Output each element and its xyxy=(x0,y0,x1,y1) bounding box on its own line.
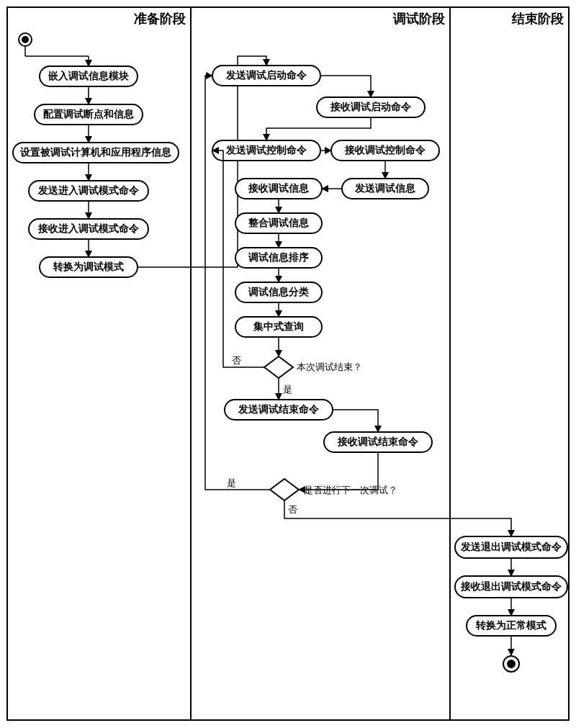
svg-text:转换为正常模式: 转换为正常模式 xyxy=(475,620,546,631)
svg-text:发送调试控制命令: 发送调试控制命令 xyxy=(225,145,307,156)
node-debug-d2: 接收调试启动命令 xyxy=(317,97,425,117)
node-debug-d12: 接收调试结束命令 xyxy=(324,432,432,452)
svg-text:集中式查询: 集中式查询 xyxy=(253,321,304,332)
svg-text:接收调试控制命令: 接收调试控制命令 xyxy=(344,144,426,156)
svg-text:设置被调试计算机和应用程序信息: 设置被调试计算机和应用程序信息 xyxy=(19,146,172,158)
svg-marker-59 xyxy=(270,479,299,500)
node-debug-d5: 发送调试信息 xyxy=(342,179,428,199)
node-end-e1: 发送退出调试模式命令 xyxy=(455,536,567,558)
decision-1 xyxy=(264,356,293,378)
dec2-no: 否 xyxy=(288,504,297,515)
final-node xyxy=(503,656,519,672)
node-debug-d6: 接收调试信息 xyxy=(235,179,322,199)
lane-title-end: 结束阶段 xyxy=(511,12,564,26)
svg-text:接收退出调试模式命令: 接收退出调试模式命令 xyxy=(460,580,562,592)
node-debug-d8: 调试信息排序 xyxy=(235,248,322,268)
svg-text:整合调试信息: 整合调试信息 xyxy=(248,217,310,228)
svg-text:配置调试断点和信息: 配置调试断点和信息 xyxy=(43,109,135,120)
node-prepare-n5: 接收进入调试模式命令 xyxy=(29,219,148,239)
node-prepare-n2: 配置调试断点和信息 xyxy=(35,104,143,125)
node-debug-d10: 集中式查询 xyxy=(235,317,322,337)
svg-text:接收进入调试模式命令: 接收进入调试模式命令 xyxy=(37,223,140,234)
node-prepare-n1: 嵌入调试信息模块 xyxy=(40,66,138,86)
dec2-yes: 是 xyxy=(227,477,236,488)
svg-text:接收调试结束命令: 接收调试结束命令 xyxy=(337,436,419,447)
node-prepare-n3: 设置被调试计算机和应用程序信息 xyxy=(13,143,179,163)
svg-text:调试信息分类: 调试信息分类 xyxy=(248,287,309,297)
svg-text:发送进入调试模式命令: 发送进入调试模式命令 xyxy=(37,185,140,196)
dec1-no: 否 xyxy=(232,355,241,366)
decision-2-label: 是否进行下一次调试？ xyxy=(304,485,397,495)
node-end-e2: 接收退出调试模式命令 xyxy=(455,576,567,598)
svg-text:接收调试启动命令: 接收调试启动命令 xyxy=(330,101,412,112)
svg-text:调试信息排序: 调试信息排序 xyxy=(248,251,309,263)
svg-text:嵌入调试信息模块: 嵌入调试信息模块 xyxy=(48,71,129,81)
decision-2 xyxy=(270,479,299,500)
svg-text:发送调试信息: 发送调试信息 xyxy=(354,183,416,194)
svg-point-4 xyxy=(22,36,29,43)
svg-text:接收调试信息: 接收调试信息 xyxy=(248,182,310,194)
initial-node xyxy=(19,33,32,46)
svg-point-70 xyxy=(507,660,516,668)
lane-title-debug: 调试阶段 xyxy=(392,12,446,26)
svg-text:发送调试结束命令: 发送调试结束命令 xyxy=(238,404,320,415)
node-debug-d3: 发送调试控制命令 xyxy=(212,140,320,161)
node-prepare-n6: 转换为调试模式 xyxy=(40,257,138,277)
decision-1-label: 本次调试结束？ xyxy=(297,361,362,372)
node-debug-d1: 发送调试启动命令 xyxy=(212,66,320,86)
node-debug-d11: 发送调试结束命令 xyxy=(225,400,333,420)
node-debug-d4: 接收调试控制命令 xyxy=(331,140,439,161)
svg-marker-53 xyxy=(264,356,293,378)
svg-text:转换为调试模式: 转换为调试模式 xyxy=(53,261,124,272)
activity-diagram: 准备阶段 调试阶段 结束阶段 嵌入调试信息模块 配置调试断点和信息 设置被调试计… xyxy=(0,0,576,728)
node-debug-d9: 调试信息分类 xyxy=(235,282,322,302)
svg-text:发送退出调试模式命令: 发送退出调试模式命令 xyxy=(460,541,562,552)
dec1-yes: 是 xyxy=(283,384,292,395)
svg-text:发送调试启动命令: 发送调试启动命令 xyxy=(225,69,307,81)
lane-title-prepare: 准备阶段 xyxy=(134,12,186,26)
node-prepare-n4: 发送进入调试模式命令 xyxy=(29,181,148,201)
node-debug-d7: 整合调试信息 xyxy=(235,213,322,233)
node-end-e3: 转换为正常模式 xyxy=(467,616,556,636)
